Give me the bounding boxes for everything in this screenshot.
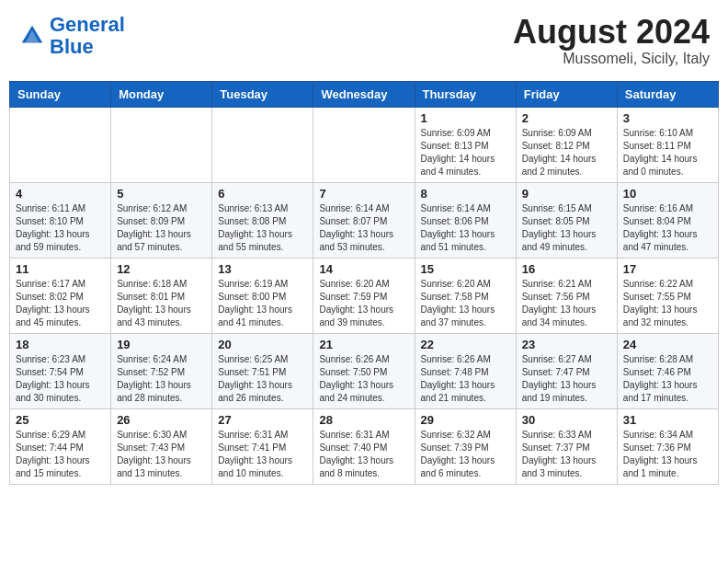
day-number: 15: [421, 262, 510, 276]
day-info: Sunrise: 6:33 AM Sunset: 7:37 PM Dayligh…: [522, 429, 611, 480]
day-info: Sunrise: 6:17 AM Sunset: 8:02 PM Dayligh…: [16, 278, 105, 329]
day-info: Sunrise: 6:14 AM Sunset: 8:06 PM Dayligh…: [421, 202, 510, 254]
calendar-cell: 24Sunrise: 6:28 AM Sunset: 7:46 PM Dayli…: [617, 333, 718, 408]
calendar-cell: 27Sunrise: 6:31 AM Sunset: 7:41 PM Dayli…: [212, 408, 313, 484]
day-info: Sunrise: 6:28 AM Sunset: 7:46 PM Dayligh…: [623, 353, 712, 405]
page-header: General Blue August 2024 Mussomeli, Sici…: [9, 9, 719, 72]
day-number: 21: [319, 338, 408, 351]
day-info: Sunrise: 6:14 AM Sunset: 8:07 PM Dayligh…: [319, 202, 408, 254]
day-info: Sunrise: 6:26 AM Sunset: 7:50 PM Dayligh…: [319, 353, 408, 405]
day-number: 28: [319, 413, 408, 427]
day-info: Sunrise: 6:30 AM Sunset: 7:43 PM Dayligh…: [117, 429, 206, 480]
calendar-cell: 31Sunrise: 6:34 AM Sunset: 7:36 PM Dayli…: [617, 408, 718, 484]
location: Mussomeli, Sicily, Italy: [513, 51, 710, 67]
day-number: 18: [16, 338, 105, 351]
week-row-4: 18Sunrise: 6:23 AM Sunset: 7:54 PM Dayli…: [10, 333, 719, 408]
day-info: Sunrise: 6:25 AM Sunset: 7:51 PM Dayligh…: [218, 353, 307, 405]
calendar-header: SundayMondayTuesdayWednesdayThursdayFrid…: [10, 81, 719, 107]
calendar-cell: 17Sunrise: 6:22 AM Sunset: 7:55 PM Dayli…: [617, 258, 718, 333]
day-info: Sunrise: 6:24 AM Sunset: 7:52 PM Dayligh…: [117, 353, 206, 405]
day-number: 13: [218, 262, 307, 276]
calendar-cell: 30Sunrise: 6:33 AM Sunset: 7:37 PM Dayli…: [516, 408, 617, 484]
calendar-cell: 25Sunrise: 6:29 AM Sunset: 7:44 PM Dayli…: [10, 408, 111, 484]
calendar-cell: [212, 107, 313, 182]
logo: General Blue: [18, 14, 125, 58]
calendar-cell: 1Sunrise: 6:09 AM Sunset: 8:13 PM Daylig…: [415, 107, 516, 182]
day-info: Sunrise: 6:12 AM Sunset: 8:09 PM Dayligh…: [117, 202, 206, 254]
day-number: 30: [522, 413, 611, 427]
day-number: 4: [16, 187, 105, 201]
day-number: 8: [421, 187, 510, 201]
week-row-5: 25Sunrise: 6:29 AM Sunset: 7:44 PM Dayli…: [10, 408, 719, 484]
calendar-cell: [313, 107, 415, 182]
day-number: 17: [623, 262, 712, 276]
day-number: 20: [218, 338, 307, 351]
day-info: Sunrise: 6:20 AM Sunset: 7:58 PM Dayligh…: [421, 278, 510, 329]
day-of-week-sunday: Sunday: [10, 81, 111, 107]
calendar-body: 1Sunrise: 6:09 AM Sunset: 8:13 PM Daylig…: [10, 107, 719, 484]
calendar-cell: [10, 107, 111, 182]
month-year: August 2024: [513, 14, 710, 51]
day-number: 5: [117, 187, 206, 201]
day-of-week-tuesday: Tuesday: [212, 81, 313, 107]
day-number: 12: [117, 262, 206, 276]
day-number: 23: [522, 338, 611, 351]
day-info: Sunrise: 6:09 AM Sunset: 8:13 PM Dayligh…: [421, 127, 510, 178]
calendar-cell: 13Sunrise: 6:19 AM Sunset: 8:00 PM Dayli…: [212, 258, 313, 333]
week-row-3: 11Sunrise: 6:17 AM Sunset: 8:02 PM Dayli…: [10, 258, 719, 333]
day-of-week-thursday: Thursday: [415, 81, 516, 107]
day-number: 24: [623, 338, 712, 351]
calendar-cell: 18Sunrise: 6:23 AM Sunset: 7:54 PM Dayli…: [10, 333, 111, 408]
day-info: Sunrise: 6:13 AM Sunset: 8:08 PM Dayligh…: [218, 202, 307, 254]
day-info: Sunrise: 6:31 AM Sunset: 7:41 PM Dayligh…: [218, 429, 307, 480]
day-number: 19: [117, 338, 206, 351]
calendar-cell: 12Sunrise: 6:18 AM Sunset: 8:01 PM Dayli…: [111, 258, 212, 333]
calendar-cell: 4Sunrise: 6:11 AM Sunset: 8:10 PM Daylig…: [10, 182, 111, 258]
day-info: Sunrise: 6:22 AM Sunset: 7:55 PM Dayligh…: [623, 278, 712, 329]
logo-text: General Blue: [50, 14, 125, 58]
logo-icon: [18, 22, 46, 50]
calendar-cell: 2Sunrise: 6:09 AM Sunset: 8:12 PM Daylig…: [516, 107, 617, 182]
calendar-cell: 10Sunrise: 6:16 AM Sunset: 8:04 PM Dayli…: [617, 182, 718, 258]
day-number: 29: [421, 413, 510, 427]
calendar-cell: 23Sunrise: 6:27 AM Sunset: 7:47 PM Dayli…: [516, 333, 617, 408]
day-number: 16: [522, 262, 611, 276]
day-info: Sunrise: 6:32 AM Sunset: 7:39 PM Dayligh…: [421, 429, 510, 480]
day-number: 26: [117, 413, 206, 427]
day-of-week-monday: Monday: [111, 81, 212, 107]
calendar-cell: 14Sunrise: 6:20 AM Sunset: 7:59 PM Dayli…: [313, 258, 415, 333]
calendar-cell: 19Sunrise: 6:24 AM Sunset: 7:52 PM Dayli…: [111, 333, 212, 408]
calendar-cell: 22Sunrise: 6:26 AM Sunset: 7:48 PM Dayli…: [415, 333, 516, 408]
calendar-cell: 29Sunrise: 6:32 AM Sunset: 7:39 PM Dayli…: [415, 408, 516, 484]
day-info: Sunrise: 6:29 AM Sunset: 7:44 PM Dayligh…: [16, 429, 105, 480]
day-number: 1: [421, 111, 510, 125]
day-info: Sunrise: 6:19 AM Sunset: 8:00 PM Dayligh…: [218, 278, 307, 329]
calendar-cell: 28Sunrise: 6:31 AM Sunset: 7:40 PM Dayli…: [313, 408, 415, 484]
day-info: Sunrise: 6:18 AM Sunset: 8:01 PM Dayligh…: [117, 278, 206, 329]
day-number: 11: [16, 262, 105, 276]
calendar-cell: 9Sunrise: 6:15 AM Sunset: 8:05 PM Daylig…: [516, 182, 617, 258]
calendar-cell: 3Sunrise: 6:10 AM Sunset: 8:11 PM Daylig…: [617, 107, 718, 182]
day-number: 7: [319, 187, 408, 201]
day-info: Sunrise: 6:21 AM Sunset: 7:56 PM Dayligh…: [522, 278, 611, 329]
days-of-week-row: SundayMondayTuesdayWednesdayThursdayFrid…: [10, 81, 719, 107]
day-number: 3: [623, 111, 712, 125]
calendar-cell: 26Sunrise: 6:30 AM Sunset: 7:43 PM Dayli…: [111, 408, 212, 484]
day-number: 9: [522, 187, 611, 201]
day-number: 25: [16, 413, 105, 427]
day-number: 14: [319, 262, 408, 276]
calendar-cell: 21Sunrise: 6:26 AM Sunset: 7:50 PM Dayli…: [313, 333, 415, 408]
day-number: 6: [218, 187, 307, 201]
title-block: August 2024 Mussomeli, Sicily, Italy: [513, 14, 710, 67]
calendar-cell: 15Sunrise: 6:20 AM Sunset: 7:58 PM Dayli…: [415, 258, 516, 333]
week-row-1: 1Sunrise: 6:09 AM Sunset: 8:13 PM Daylig…: [10, 107, 719, 182]
day-info: Sunrise: 6:10 AM Sunset: 8:11 PM Dayligh…: [623, 127, 712, 178]
calendar-cell: 20Sunrise: 6:25 AM Sunset: 7:51 PM Dayli…: [212, 333, 313, 408]
day-info: Sunrise: 6:09 AM Sunset: 8:12 PM Dayligh…: [522, 127, 611, 178]
day-number: 10: [623, 187, 712, 201]
day-info: Sunrise: 6:15 AM Sunset: 8:05 PM Dayligh…: [522, 202, 611, 254]
calendar-cell: 8Sunrise: 6:14 AM Sunset: 8:06 PM Daylig…: [415, 182, 516, 258]
week-row-2: 4Sunrise: 6:11 AM Sunset: 8:10 PM Daylig…: [10, 182, 719, 258]
day-info: Sunrise: 6:34 AM Sunset: 7:36 PM Dayligh…: [623, 429, 712, 480]
calendar-cell: [111, 107, 212, 182]
